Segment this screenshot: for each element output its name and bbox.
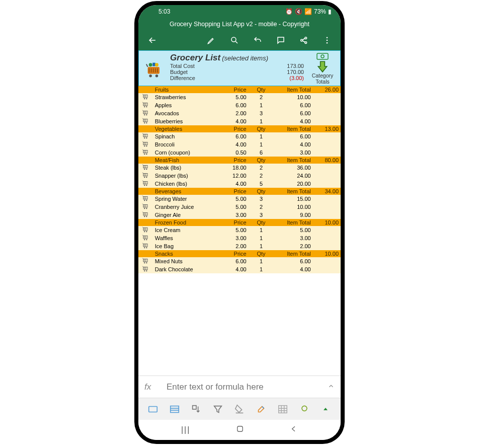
svg-rect-74 xyxy=(143,182,147,184)
cart-mini-icon[interactable] xyxy=(138,148,153,157)
item-price: 0.50 xyxy=(219,148,248,157)
item-qty: 1 xyxy=(249,132,274,140)
clear-icon[interactable] xyxy=(254,402,268,416)
category-header-row[interactable]: SnacksPriceQtyItem Total10.00 xyxy=(138,250,341,257)
category-header-row[interactable]: FruitsPriceQtyItem Total26.00 xyxy=(138,86,341,93)
cart-mini-icon[interactable] xyxy=(138,101,153,109)
item-row[interactable]: Cranberry Juice5.00210.00 xyxy=(138,203,341,211)
cart-mini-icon[interactable] xyxy=(138,164,153,172)
svg-point-43 xyxy=(146,122,147,123)
cart-mini-icon[interactable] xyxy=(138,132,153,140)
svg-point-49 xyxy=(146,137,147,138)
category-header-row[interactable]: VegetablesPriceQtyItem Total13.00 xyxy=(138,125,341,132)
grocery-table[interactable]: FruitsPriceQtyItem Total26.00Strawberrie… xyxy=(138,86,341,273)
more-icon[interactable] xyxy=(323,36,332,45)
svg-point-14 xyxy=(155,74,158,78)
item-name: Apples xyxy=(153,101,220,109)
back-icon[interactable] xyxy=(147,35,157,45)
category-header-row[interactable]: Frozen FoodPriceQtyItem Total10.00 xyxy=(138,219,341,226)
cart-mini-icon[interactable] xyxy=(138,234,153,242)
item-qty: 1 xyxy=(249,257,274,265)
item-row[interactable]: Apples6.0016.00 xyxy=(138,101,341,109)
col-item-total: Item Total xyxy=(274,188,312,195)
col-item-total: Item Total xyxy=(274,86,312,93)
item-price: 5.00 xyxy=(219,203,248,211)
item-row[interactable]: Spinach6.0016.00 xyxy=(138,132,341,140)
formula-input[interactable] xyxy=(167,382,323,392)
svg-point-72 xyxy=(144,177,145,178)
item-row[interactable]: Steak (lbs)18.00236.00 xyxy=(138,164,341,172)
cart-mini-icon[interactable] xyxy=(138,265,153,273)
col-qty: Qty xyxy=(249,250,274,257)
cart-mini-icon[interactable] xyxy=(138,180,153,188)
budget-value: 170.00 xyxy=(287,69,304,75)
item-row[interactable]: Dark Chocolate4.0014.00 xyxy=(138,265,341,273)
item-row[interactable]: Waffles3.0013.00 xyxy=(138,234,341,242)
search-icon[interactable] xyxy=(230,36,239,45)
recent-apps-icon[interactable]: ||| xyxy=(181,425,190,434)
cart-mini-icon[interactable] xyxy=(138,172,153,180)
table-icon[interactable] xyxy=(276,402,290,416)
fill-icon[interactable] xyxy=(232,402,247,416)
item-row[interactable]: Strawberries5.00210.00 xyxy=(138,93,341,101)
home-icon[interactable] xyxy=(235,424,245,435)
svg-point-0 xyxy=(231,37,236,42)
item-total: 36.00 xyxy=(274,164,312,172)
chevron-up-icon[interactable] xyxy=(328,382,335,392)
formula-bar[interactable]: fx xyxy=(138,376,341,398)
item-total: 6.00 xyxy=(274,257,312,265)
col-price: Price xyxy=(219,250,248,257)
cart-mini-icon[interactable] xyxy=(138,226,153,234)
item-row[interactable]: Ice Bag2.0012.00 xyxy=(138,242,341,250)
svg-rect-56 xyxy=(143,151,147,153)
item-qty: 1 xyxy=(249,234,274,242)
item-qty: 3 xyxy=(249,211,274,219)
item-row[interactable]: Blueberries4.0014.00 xyxy=(138,117,341,125)
filter-icon[interactable] xyxy=(211,402,225,416)
svg-point-67 xyxy=(146,169,147,170)
comment-icon[interactable] xyxy=(276,36,285,45)
category-header-row[interactable]: Meat/FishPriceQtyItem Total80.00 xyxy=(138,157,341,164)
bulb-icon[interactable] xyxy=(297,402,311,416)
item-row[interactable]: Avocados2.0036.00 xyxy=(138,109,341,117)
draw-icon[interactable] xyxy=(207,36,216,45)
item-name: Ginger Ale xyxy=(153,211,220,219)
item-row[interactable]: Mixed Nuts6.0016.00 xyxy=(138,257,341,265)
item-row[interactable]: Snapper (lbs)12.00224.00 xyxy=(138,172,341,180)
item-price: 4.00 xyxy=(219,265,248,273)
svg-point-15 xyxy=(149,63,152,66)
undo-icon[interactable] xyxy=(253,36,262,45)
back-nav-icon[interactable] xyxy=(290,425,298,435)
card-view-icon[interactable] xyxy=(146,402,160,416)
cart-mini-icon[interactable] xyxy=(138,117,153,125)
cart-mini-icon[interactable] xyxy=(138,195,153,203)
cart-mini-icon[interactable] xyxy=(138,242,153,250)
item-total: 6.00 xyxy=(274,132,312,140)
sort-icon[interactable] xyxy=(189,402,203,416)
item-row[interactable]: Corn (coupon)0.5063.00 xyxy=(138,148,341,157)
item-row[interactable]: Chicken (lbs)4.00520.00 xyxy=(138,180,341,188)
svg-point-139 xyxy=(302,406,307,411)
item-row[interactable]: Ginger Ale3.0039.00 xyxy=(138,211,341,219)
cart-mini-icon[interactable] xyxy=(138,257,153,265)
list-view-icon[interactable] xyxy=(168,402,182,416)
svg-rect-122 xyxy=(143,267,147,270)
svg-point-55 xyxy=(146,145,147,146)
cart-mini-icon[interactable] xyxy=(138,109,153,117)
cart-mini-icon[interactable] xyxy=(138,211,153,219)
collapse-icon[interactable] xyxy=(318,402,333,416)
svg-rect-98 xyxy=(143,228,147,231)
cart-mini-icon[interactable] xyxy=(138,140,153,148)
cart-mini-icon[interactable] xyxy=(138,93,153,101)
item-row[interactable]: Ice Cream5.0015.00 xyxy=(138,226,341,234)
svg-point-103 xyxy=(146,231,147,232)
item-price: 2.00 xyxy=(219,242,248,250)
worksheet[interactable]: Grocery List (selected items) Total Cost… xyxy=(138,50,341,376)
cart-mini-icon[interactable] xyxy=(138,203,153,211)
svg-point-120 xyxy=(144,262,145,263)
category-header-row[interactable]: BeveragesPriceQtyItem Total34.00 xyxy=(138,188,341,195)
share-icon[interactable] xyxy=(299,36,308,45)
item-row[interactable]: Broccoli4.0014.00 xyxy=(138,140,341,148)
svg-rect-116 xyxy=(143,259,147,262)
item-row[interactable]: Spring Water5.00315.00 xyxy=(138,195,341,203)
